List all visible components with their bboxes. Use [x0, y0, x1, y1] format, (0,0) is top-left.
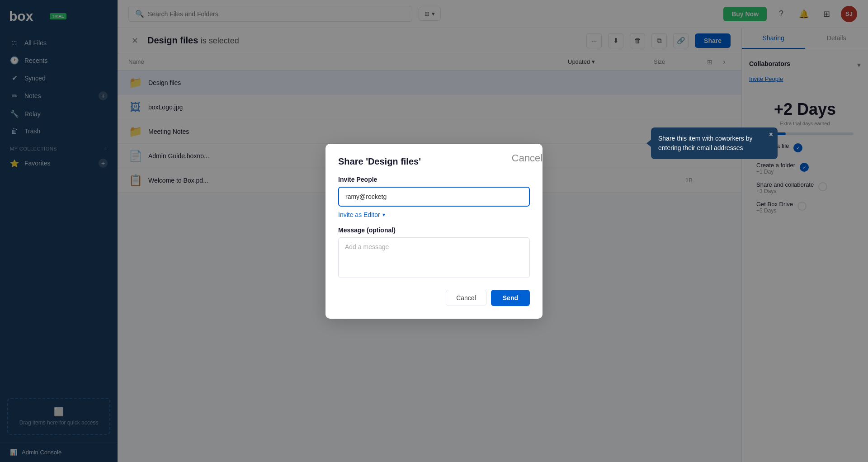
message-textarea[interactable] — [338, 237, 530, 278]
modal-title: Share 'Design files' — [338, 156, 530, 167]
modal-close-button[interactable]: Cancel — [521, 152, 533, 165]
tooltip-close-button[interactable]: × — [769, 131, 773, 138]
invite-input-wrapper — [338, 187, 530, 207]
invite-people-label: Invite People — [338, 176, 530, 183]
tooltip-text: Share this item with coworkers by enteri… — [658, 135, 753, 151]
email-input[interactable] — [338, 187, 530, 207]
share-modal: Share 'Design files' Cancel Invite Peopl… — [326, 144, 542, 319]
tooltip-bubble: × Share this item with coworkers by ente… — [651, 127, 778, 159]
modal-overlay[interactable]: Share 'Design files' Cancel Invite Peopl… — [0, 0, 868, 462]
modal-actions: Cancel Send — [338, 290, 530, 306]
tooltip-arrow — [646, 140, 651, 147]
message-label: Message (optional) — [338, 226, 530, 234]
invite-role-label: Invite as Editor — [338, 211, 380, 218]
invite-role-dropdown[interactable]: Invite as Editor ▾ — [338, 211, 385, 218]
send-button[interactable]: Send — [491, 290, 530, 306]
chevron-down-icon: ▾ — [382, 212, 385, 218]
cancel-button[interactable]: Cancel — [446, 290, 486, 306]
